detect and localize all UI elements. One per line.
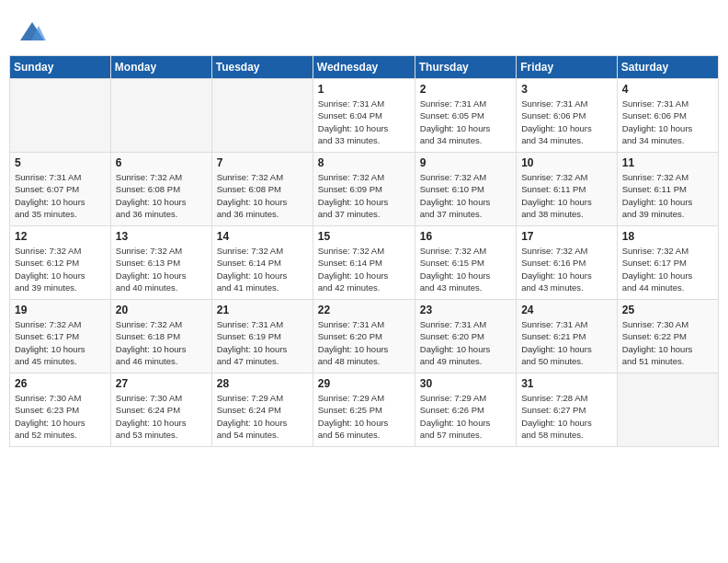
day-number: 31	[521, 377, 612, 390]
weekday-header-thursday: Thursday	[415, 56, 516, 79]
day-info: Sunrise: 7:32 AMSunset: 6:12 PMDaylight:…	[15, 245, 106, 293]
day-info: Sunrise: 7:32 AMSunset: 6:08 PMDaylight:…	[217, 171, 308, 220]
day-number: 12	[15, 230, 106, 243]
day-info: Sunrise: 7:32 AMSunset: 6:13 PMDaylight:…	[116, 245, 207, 293]
calendar-cell: 3Sunrise: 7:31 AMSunset: 6:06 PMDaylight…	[517, 79, 618, 153]
day-number: 13	[116, 230, 207, 243]
day-info: Sunrise: 7:30 AMSunset: 6:24 PMDaylight:…	[116, 392, 207, 441]
day-info: Sunrise: 7:32 AMSunset: 6:15 PMDaylight:…	[420, 245, 511, 293]
day-info: Sunrise: 7:30 AMSunset: 6:23 PMDaylight:…	[15, 392, 106, 441]
day-info: Sunrise: 7:31 AMSunset: 6:20 PMDaylight:…	[420, 318, 511, 367]
day-number: 1	[318, 83, 410, 96]
calendar-cell: 19Sunrise: 7:32 AMSunset: 6:17 PMDayligh…	[10, 300, 111, 373]
day-number: 19	[15, 304, 106, 316]
weekday-header-saturday: Saturday	[617, 56, 718, 79]
calendar-cell: 1Sunrise: 7:31 AMSunset: 6:04 PMDaylight…	[313, 79, 415, 153]
page-header	[9, 9, 719, 51]
day-info: Sunrise: 7:32 AMSunset: 6:11 PMDaylight:…	[622, 171, 713, 220]
calendar-cell: 17Sunrise: 7:32 AMSunset: 6:16 PMDayligh…	[517, 226, 618, 300]
calendar-cell: 2Sunrise: 7:31 AMSunset: 6:05 PMDaylight…	[415, 79, 516, 153]
day-info: Sunrise: 7:32 AMSunset: 6:18 PMDaylight:…	[116, 318, 207, 367]
day-info: Sunrise: 7:31 AMSunset: 6:06 PMDaylight:…	[622, 98, 713, 146]
calendar-cell: 26Sunrise: 7:30 AMSunset: 6:23 PMDayligh…	[10, 373, 111, 447]
day-info: Sunrise: 7:31 AMSunset: 6:07 PMDaylight:…	[15, 171, 106, 220]
day-info: Sunrise: 7:32 AMSunset: 6:08 PMDaylight:…	[116, 171, 207, 220]
calendar-cell: 9Sunrise: 7:32 AMSunset: 6:10 PMDaylight…	[415, 153, 516, 226]
calendar-cell: 14Sunrise: 7:32 AMSunset: 6:14 PMDayligh…	[211, 226, 313, 300]
day-info: Sunrise: 7:32 AMSunset: 6:11 PMDaylight:…	[521, 171, 612, 220]
calendar-cell: 21Sunrise: 7:31 AMSunset: 6:19 PMDayligh…	[211, 300, 313, 373]
day-info: Sunrise: 7:29 AMSunset: 6:26 PMDaylight:…	[420, 392, 511, 441]
day-number: 23	[420, 304, 511, 316]
day-number: 28	[217, 377, 308, 390]
day-number: 4	[622, 83, 713, 96]
calendar-cell: 5Sunrise: 7:31 AMSunset: 6:07 PMDaylight…	[10, 153, 111, 226]
weekday-header-monday: Monday	[110, 56, 211, 79]
day-number: 10	[521, 156, 612, 169]
day-info: Sunrise: 7:31 AMSunset: 6:06 PMDaylight:…	[521, 98, 612, 146]
day-number: 24	[521, 304, 612, 316]
day-number: 6	[116, 156, 207, 169]
week-row-1: 1Sunrise: 7:31 AMSunset: 6:04 PMDaylight…	[10, 79, 719, 153]
calendar-cell: 20Sunrise: 7:32 AMSunset: 6:18 PMDayligh…	[110, 300, 211, 373]
week-row-3: 12Sunrise: 7:32 AMSunset: 6:12 PMDayligh…	[10, 226, 719, 300]
day-info: Sunrise: 7:32 AMSunset: 6:17 PMDaylight:…	[622, 245, 713, 293]
week-row-4: 19Sunrise: 7:32 AMSunset: 6:17 PMDayligh…	[10, 300, 719, 373]
day-number: 2	[420, 83, 511, 96]
day-number: 22	[318, 304, 410, 316]
day-info: Sunrise: 7:32 AMSunset: 6:09 PMDaylight:…	[318, 171, 410, 220]
day-info: Sunrise: 7:32 AMSunset: 6:14 PMDaylight:…	[217, 245, 308, 293]
day-info: Sunrise: 7:32 AMSunset: 6:16 PMDaylight:…	[521, 245, 612, 293]
calendar-cell: 25Sunrise: 7:30 AMSunset: 6:22 PMDayligh…	[617, 300, 718, 373]
weekday-header-friday: Friday	[517, 56, 618, 79]
weekday-header-sunday: Sunday	[10, 56, 111, 79]
calendar-cell: 16Sunrise: 7:32 AMSunset: 6:15 PMDayligh…	[415, 226, 516, 300]
calendar-cell	[211, 79, 313, 153]
calendar-cell: 13Sunrise: 7:32 AMSunset: 6:13 PMDayligh…	[110, 226, 211, 300]
weekday-header-tuesday: Tuesday	[211, 56, 313, 79]
day-info: Sunrise: 7:32 AMSunset: 6:14 PMDaylight:…	[318, 245, 410, 293]
calendar-cell: 10Sunrise: 7:32 AMSunset: 6:11 PMDayligh…	[517, 153, 618, 226]
calendar-cell: 24Sunrise: 7:31 AMSunset: 6:21 PMDayligh…	[517, 300, 618, 373]
day-info: Sunrise: 7:31 AMSunset: 6:20 PMDaylight:…	[318, 318, 410, 367]
day-number: 29	[318, 377, 410, 390]
day-number: 17	[521, 230, 612, 243]
day-info: Sunrise: 7:30 AMSunset: 6:22 PMDaylight:…	[622, 318, 713, 367]
day-number: 11	[622, 156, 713, 169]
day-number: 25	[622, 304, 713, 316]
calendar-cell: 30Sunrise: 7:29 AMSunset: 6:26 PMDayligh…	[415, 373, 516, 447]
day-info: Sunrise: 7:31 AMSunset: 6:19 PMDaylight:…	[217, 318, 308, 367]
day-number: 7	[217, 156, 308, 169]
day-number: 20	[116, 304, 207, 316]
day-number: 5	[15, 156, 106, 169]
calendar-cell: 15Sunrise: 7:32 AMSunset: 6:14 PMDayligh…	[313, 226, 415, 300]
day-info: Sunrise: 7:32 AMSunset: 6:10 PMDaylight:…	[420, 171, 511, 220]
logo	[18, 18, 50, 46]
day-number: 16	[420, 230, 511, 243]
week-row-2: 5Sunrise: 7:31 AMSunset: 6:07 PMDaylight…	[10, 153, 719, 226]
calendar-cell	[10, 79, 111, 153]
calendar-cell: 18Sunrise: 7:32 AMSunset: 6:17 PMDayligh…	[617, 226, 718, 300]
week-row-5: 26Sunrise: 7:30 AMSunset: 6:23 PMDayligh…	[10, 373, 719, 447]
weekday-header-wednesday: Wednesday	[313, 56, 415, 79]
day-number: 9	[420, 156, 511, 169]
calendar-cell: 29Sunrise: 7:29 AMSunset: 6:25 PMDayligh…	[313, 373, 415, 447]
calendar-cell	[110, 79, 211, 153]
day-number: 3	[521, 83, 612, 96]
calendar-cell: 27Sunrise: 7:30 AMSunset: 6:24 PMDayligh…	[110, 373, 211, 447]
day-info: Sunrise: 7:31 AMSunset: 6:05 PMDaylight:…	[420, 98, 511, 146]
day-number: 21	[217, 304, 308, 316]
day-info: Sunrise: 7:29 AMSunset: 6:24 PMDaylight:…	[217, 392, 308, 441]
day-info: Sunrise: 7:29 AMSunset: 6:25 PMDaylight:…	[318, 392, 410, 441]
calendar-cell: 12Sunrise: 7:32 AMSunset: 6:12 PMDayligh…	[10, 226, 111, 300]
day-number: 30	[420, 377, 511, 390]
weekday-header-row: SundayMondayTuesdayWednesdayThursdayFrid…	[10, 56, 719, 79]
calendar-cell: 11Sunrise: 7:32 AMSunset: 6:11 PMDayligh…	[617, 153, 718, 226]
calendar-cell	[617, 373, 718, 447]
day-number: 18	[622, 230, 713, 243]
day-info: Sunrise: 7:28 AMSunset: 6:27 PMDaylight:…	[521, 392, 612, 441]
day-info: Sunrise: 7:32 AMSunset: 6:17 PMDaylight:…	[15, 318, 106, 367]
day-number: 14	[217, 230, 308, 243]
calendar-cell: 4Sunrise: 7:31 AMSunset: 6:06 PMDaylight…	[617, 79, 718, 153]
calendar-cell: 7Sunrise: 7:32 AMSunset: 6:08 PMDaylight…	[211, 153, 313, 226]
